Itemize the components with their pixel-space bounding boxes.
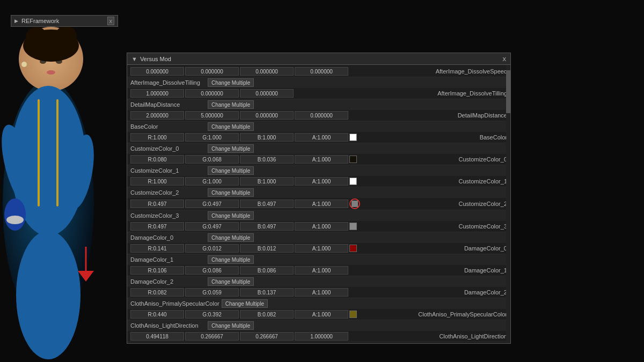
change-multiple-customizecolor-0[interactable]: Change Multiple	[208, 144, 254, 153]
field-val3[interactable]	[240, 67, 294, 76]
change-multiple-damagecolor-1[interactable]: Change Multiple	[208, 255, 254, 264]
row-damagecolor-1: DamageColor_1 Change Multiple DamageColo…	[127, 254, 510, 276]
color-swatch-basecolor[interactable]	[349, 134, 357, 141]
field-val4[interactable]	[295, 111, 348, 120]
color-swatch-customizecolor-0[interactable]	[349, 156, 357, 163]
field-b-cc2[interactable]	[240, 200, 294, 208]
change-multiple-clothaniso-lightdirection[interactable]: Change Multiple	[208, 321, 254, 330]
field-b-casp[interactable]	[240, 310, 294, 319]
row-customizecolor-0: CustomizeColor_0 Change Multiple Customi…	[127, 143, 510, 165]
field-val3[interactable]	[240, 89, 294, 98]
field-b-cc0[interactable]	[240, 155, 294, 164]
change-multiple-customizecolor-3[interactable]: Change Multiple	[208, 211, 254, 220]
panel-collapse-icon[interactable]: ▼	[131, 56, 137, 62]
field-val4[interactable]	[295, 67, 348, 76]
change-multiple-customizecolor-2[interactable]: Change Multiple	[208, 188, 254, 197]
color-swatch-clothaniso-primalyspecular[interactable]	[349, 311, 357, 318]
field-val2[interactable]	[185, 111, 239, 120]
field-a-dc0[interactable]	[295, 244, 348, 253]
field-a-basecolor[interactable]	[295, 133, 348, 142]
field-g-cc3[interactable]	[185, 222, 239, 231]
field-a-cc1[interactable]	[295, 177, 348, 186]
field-r-cc0[interactable]	[130, 155, 184, 164]
row-customizecolor-2: CustomizeColor_2 Change Multiple Customi…	[127, 187, 510, 210]
field-a-casp[interactable]	[295, 310, 348, 319]
field-b-cc1[interactable]	[240, 177, 294, 186]
propname-customizecolor-3: CustomizeColor_3	[130, 212, 206, 219]
color-swatch-circled-customizecolor-2[interactable]	[349, 198, 360, 209]
field-val4-cald[interactable]	[295, 332, 348, 341]
field-r-cc3[interactable]	[130, 222, 184, 231]
field-a-cc2[interactable]	[295, 200, 348, 208]
field-a-dc1[interactable]	[295, 266, 348, 275]
field-val2-cald[interactable]	[185, 332, 239, 341]
field-g-cc1[interactable]	[185, 177, 239, 186]
panel-close-button[interactable]: x	[503, 55, 507, 63]
row-afterimage-dissolvespeed: AfterImage_DissolveSpeed	[127, 66, 510, 77]
change-multiple-detailmapdistance[interactable]: Change Multiple	[208, 100, 254, 109]
reframework-close[interactable]: x	[107, 17, 115, 25]
header-detailmapdistance: DetailMapDistance Change Multiple	[127, 99, 510, 110]
panel-scrollbar[interactable]	[506, 65, 510, 343]
field-g-cc2[interactable]	[185, 200, 239, 208]
field-r-dc2[interactable]	[130, 288, 184, 297]
propname-damagecolor-0: DamageColor_0	[130, 234, 206, 241]
change-multiple-afterimage-dissolvetilling[interactable]: Change Multiple	[208, 78, 254, 87]
header-afterimage-dissolvetilling: AfterImage_DissolveTilling Change Multip…	[127, 77, 510, 88]
panel-title-bar: ▼ Versus Mod x	[127, 53, 510, 65]
change-multiple-damagecolor-0[interactable]: Change Multiple	[208, 233, 254, 242]
field-r-dc0[interactable]	[130, 244, 184, 253]
field-val2[interactable]	[185, 89, 239, 98]
field-a-cc3[interactable]	[295, 222, 348, 231]
field-val1-cald[interactable]	[130, 332, 184, 341]
field-g-dc2[interactable]	[185, 288, 239, 297]
field-r-casp[interactable]	[130, 310, 184, 319]
color-swatch-damagecolor-0[interactable]	[349, 245, 357, 252]
field-g-dc1[interactable]	[185, 266, 239, 275]
svg-point-6	[56, 60, 62, 64]
field-a-dc2[interactable]	[295, 288, 348, 297]
field-r-dc1[interactable]	[130, 266, 184, 275]
color-swatch-customizecolor-3[interactable]	[349, 223, 357, 230]
svg-point-7	[47, 70, 55, 75]
field-b-cc3[interactable]	[240, 222, 294, 231]
field-b-dc0[interactable]	[240, 244, 294, 253]
scrollbar-thumb[interactable]	[506, 70, 510, 113]
field-a-cc0[interactable]	[295, 155, 348, 164]
character-area	[0, 0, 123, 362]
change-multiple-basecolor[interactable]: Change Multiple	[208, 122, 254, 131]
change-multiple-clothaniso-primalyspecular[interactable]: Change Multiple	[222, 299, 268, 308]
field-b-dc1[interactable]	[240, 266, 294, 275]
field-val1[interactable]	[130, 111, 184, 120]
field-r-cc2[interactable]	[130, 200, 184, 208]
propname-basecolor: BaseColor	[130, 123, 206, 130]
propname-customizecolor-0: CustomizeColor_0	[130, 145, 206, 152]
field-g-cc0[interactable]	[185, 155, 239, 164]
label-afterimage-dissolvespeed: AfterImage_DissolveSpeed	[436, 68, 507, 75]
row-basecolor: BaseColor Change Multiple BaseColor	[127, 121, 510, 143]
svg-point-4	[23, 29, 79, 62]
field-b-basecolor[interactable]	[240, 133, 294, 142]
field-b-dc2[interactable]	[240, 288, 294, 297]
field-g-casp[interactable]	[185, 310, 239, 319]
color-swatch-customizecolor-1[interactable]	[349, 178, 357, 185]
row-damagecolor-0: DamageColor_0 Change Multiple DamageColo…	[127, 232, 510, 254]
label-damagecolor-1: DamageColor_1	[464, 267, 507, 274]
field-r-cc1[interactable]	[130, 177, 184, 186]
header-damagecolor-1: DamageColor_1 Change Multiple	[127, 254, 510, 265]
field-r-basecolor[interactable]	[130, 133, 184, 142]
field-val1[interactable]	[130, 67, 184, 76]
field-val1[interactable]	[130, 89, 184, 98]
panel-title: Versus Mod	[140, 56, 171, 62]
field-val2[interactable]	[185, 67, 239, 76]
propname-damagecolor-2: DamageColor_2	[130, 278, 206, 285]
field-val3-cald[interactable]	[240, 332, 294, 341]
field-g-dc0[interactable]	[185, 244, 239, 253]
values-row-damagecolor-1: DamageColor_1	[127, 265, 510, 276]
change-multiple-damagecolor-2[interactable]: Change Multiple	[208, 277, 254, 286]
field-val3[interactable]	[240, 111, 294, 120]
svg-point-14	[4, 198, 26, 231]
field-g-basecolor[interactable]	[185, 133, 239, 142]
change-multiple-customizecolor-1[interactable]: Change Multiple	[208, 166, 254, 175]
values-row-customizecolor-3: CustomizeColor_3	[127, 221, 510, 232]
